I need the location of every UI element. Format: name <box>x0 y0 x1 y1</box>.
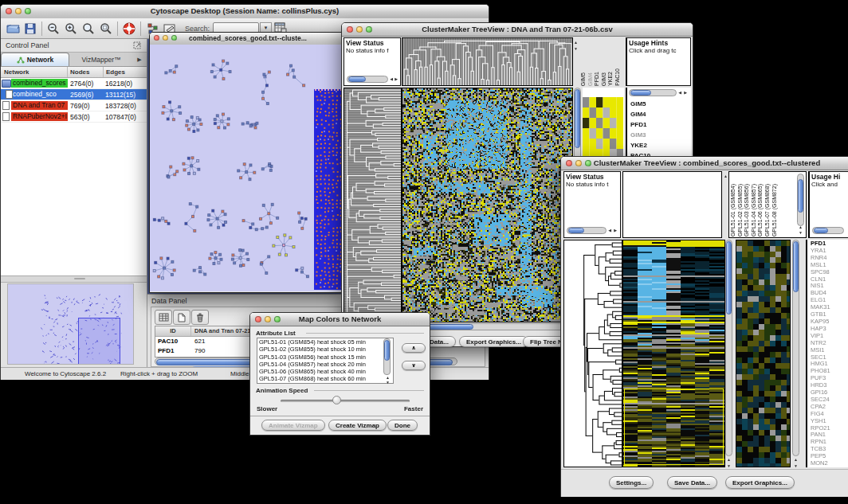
scroll-up-icon[interactable]: ▲ <box>794 458 798 462</box>
network-row[interactable]: RNAPuberNov2+I563(0)107847(0) <box>1 111 147 123</box>
help-button[interactable] <box>120 21 138 37</box>
animation-speed-label: Animation Speed <box>256 387 308 394</box>
scroll-right-icon[interactable]: ▶ <box>684 91 687 95</box>
attribute-list-item[interactable]: GPL51-01 (GSM854) heat shock 05 min <box>257 338 393 346</box>
zoom-fit-icon <box>82 22 95 35</box>
heatmap-canvas[interactable] <box>402 88 573 322</box>
zoom-in-button[interactable] <box>62 21 80 37</box>
network-table-rows: combined_scores2764(0)16218(0)combined_s… <box>1 78 147 123</box>
attribute-list-item[interactable]: GPL51-04 (GSM857) heat shock 20 min <box>257 361 393 368</box>
col-header-edges[interactable]: Edges <box>104 67 147 77</box>
network-row[interactable]: DNA and Tran 07769(0)183728(0) <box>1 100 147 111</box>
zoom-selected-button[interactable] <box>97 21 115 37</box>
export-graphics-button[interactable]: Export Graphics... <box>459 336 528 347</box>
treeview1-titlebar[interactable]: ClusterMaker TreeView : DNA and Tran 07-… <box>342 23 693 37</box>
settings-button[interactable]: Settings... <box>609 476 654 489</box>
network-name: combined_scores <box>11 79 68 88</box>
row-label: GIM4 <box>630 109 650 119</box>
tab-overflow-button[interactable]: ▶ <box>133 53 146 66</box>
cluster-submatrix[interactable] <box>736 240 791 467</box>
done-button[interactable]: Done <box>387 420 418 431</box>
treeview2-titlebar[interactable]: ClusterMaker TreeView : combined_scores_… <box>561 157 848 170</box>
new-attribute-button[interactable] <box>173 310 190 325</box>
scroll-left-icon[interactable]: ◀ <box>608 229 611 232</box>
scroll-down-icon[interactable]: ▼ <box>794 464 798 468</box>
scroll-up-icon[interactable]: ▲ <box>724 174 728 178</box>
network-name: DNA and Tran 07 <box>11 101 68 110</box>
save-data-button[interactable]: Save Data... <box>667 476 717 489</box>
tab-network[interactable]: Network <box>1 53 69 66</box>
gene-list-panel: PFD1YRA1RNR4MSL1SPC98CLN1NIS1BUD4ELG1MAK… <box>806 240 848 467</box>
create-table-button[interactable] <box>155 310 172 325</box>
scroll-up-icon[interactable]: ▲ <box>574 41 578 45</box>
col-header-nodes[interactable]: Nodes <box>68 67 104 77</box>
status-hint-zoom: Right-click + drag to ZOOM <box>120 370 198 377</box>
animate-vizmap-button[interactable]: Animate Vizmap <box>261 420 325 431</box>
view-status-scrollbar[interactable] <box>567 227 607 234</box>
attribute-list-item[interactable]: GPL51-02 (GSM855) heat shock 10 min <box>257 346 393 353</box>
toolbar-separator <box>41 21 42 36</box>
create-vizmap-button[interactable]: Create Vizmap <box>328 420 387 431</box>
scroll-right-icon[interactable]: ▶ <box>395 77 398 81</box>
map-dialog-titlebar[interactable]: Map Colors to Network <box>250 313 430 326</box>
zoom-fit-button[interactable] <box>80 21 97 37</box>
network-nodes-count: 563(0) <box>68 113 103 121</box>
network-canvas[interactable] <box>150 45 344 291</box>
scroll-down-icon[interactable]: ▼ <box>574 47 578 51</box>
view-status-scrollbar[interactable] <box>347 76 388 83</box>
main-window-title: Cytoscape Desktop (Session Name: collins… <box>1 6 489 15</box>
network-nodes-count: 2569(6) <box>68 91 103 99</box>
col-header-network[interactable]: Network <box>1 67 68 77</box>
scroll-up-icon[interactable]: ▲ <box>727 458 731 462</box>
network-row[interactable]: combined_sco2569(6)13112(15) <box>1 89 147 100</box>
heatmap-vscrollbar[interactable] <box>725 240 732 456</box>
network-edges-count: 13112(15) <box>103 91 147 99</box>
export-graphics-button[interactable]: Export Graphics... <box>725 476 795 489</box>
row-dendrogram[interactable] <box>563 240 622 467</box>
network-name: RNAPuberNov2+I <box>11 112 68 121</box>
move-down-button[interactable]: ∨ <box>402 361 426 370</box>
scroll-down-icon[interactable]: ▼ <box>799 231 803 235</box>
network-view-titlebar[interactable]: combined_scores_good.txt--cluste... <box>150 33 346 45</box>
attribute-list-item[interactable]: GPL51-07 (GSM868) heat shock 60 min <box>257 375 393 382</box>
float-panel-icon[interactable] <box>133 41 142 50</box>
view-status-panel: View Status No status info t ◀ ▶ <box>563 171 621 238</box>
attribute-list-scrollbar[interactable] <box>383 338 391 375</box>
map-colors-dialog: Map Colors to Network Attribute List GPL… <box>249 312 430 436</box>
tab-vizmapper[interactable]: VizMapper™ <box>69 53 133 66</box>
desktop-screen: Cytoscape Desktop (Session Name: collins… <box>0 0 848 504</box>
cluster-submatrix[interactable] <box>583 97 623 159</box>
column-dendrogram-area <box>622 171 722 238</box>
attribute-list-item[interactable]: GPL51-06 (GSM865) heat shock 40 min <box>257 368 393 375</box>
column-labels-scrollbar[interactable] <box>797 174 804 226</box>
usage-hints-scrollbar[interactable] <box>812 227 844 234</box>
scroll-down-icon[interactable]: ▼ <box>386 381 390 385</box>
animation-speed-slider[interactable] <box>281 400 410 402</box>
save-button[interactable] <box>22 21 39 37</box>
scroll-left-icon[interactable]: ◀ <box>390 77 393 81</box>
attribute-list-item[interactable]: GPL51-03 (GSM856) heat shock 15 min <box>257 354 393 361</box>
scroll-right-icon[interactable]: ▶ <box>614 229 617 232</box>
scroll-up-icon[interactable]: ▲ <box>799 225 803 229</box>
move-up-button[interactable]: ∧ <box>402 343 426 353</box>
row-dendrogram[interactable] <box>344 88 402 322</box>
submatrix-vscrollbar[interactable] <box>792 240 799 456</box>
heatmap-canvas[interactable] <box>622 240 725 467</box>
network-row[interactable]: combined_scores2764(0)16218(0) <box>1 78 147 89</box>
delete-attribute-button[interactable] <box>191 310 209 325</box>
open-file-button[interactable] <box>4 21 22 37</box>
labels-scrollbar[interactable] <box>629 89 677 96</box>
main-titlebar[interactable]: Cytoscape Desktop (Session Name: collins… <box>1 5 489 19</box>
zoom-out-button[interactable] <box>45 21 62 37</box>
column-label: GIM4 <box>587 72 595 86</box>
slider-thumb[interactable] <box>332 396 341 404</box>
scroll-down-icon[interactable]: ▼ <box>727 464 731 468</box>
scroll-left-icon[interactable]: ◀ <box>678 91 681 95</box>
attribute-list[interactable]: GPL51-01 (GSM854) heat shock 05 minGPL51… <box>257 338 394 384</box>
column-dendrogram[interactable] <box>402 37 573 86</box>
file-icon <box>2 112 10 121</box>
data-col-id[interactable]: ID <box>155 326 191 336</box>
network-overview[interactable] <box>7 283 134 365</box>
panel-splitter[interactable] <box>1 276 147 283</box>
status-hint-pan: Middle- <box>230 370 251 377</box>
